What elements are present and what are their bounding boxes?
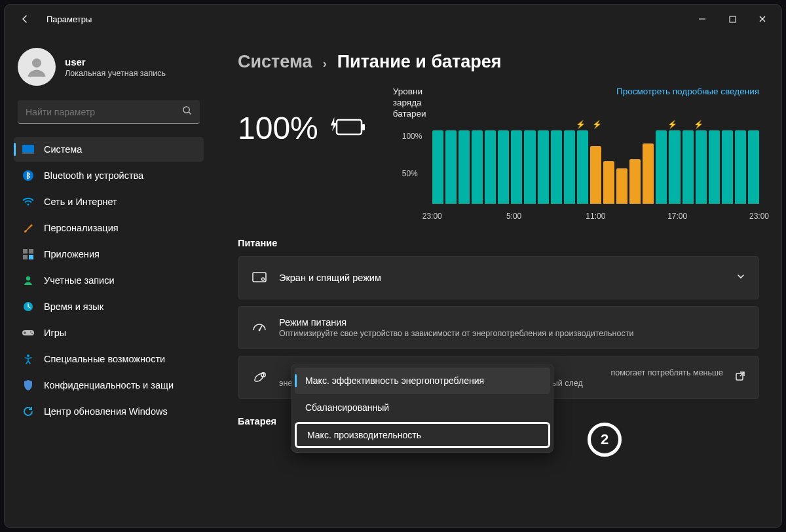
- apps-icon: [22, 248, 35, 261]
- annotation-label: 2: [601, 431, 608, 448]
- page-title: Питание и батарея: [337, 52, 502, 72]
- sidebar-item-label: Игры: [44, 328, 66, 338]
- chart-bar: [656, 130, 667, 204]
- x-tick: 23:00: [749, 212, 769, 221]
- sidebar-item-label: Центр обновления Windows: [44, 406, 168, 417]
- svg-point-18: [27, 354, 29, 357]
- sidebar-item-gaming[interactable]: Игры: [14, 320, 204, 345]
- person-icon: [22, 274, 35, 287]
- svg-rect-12: [29, 255, 33, 259]
- sidebar-item-apps[interactable]: Приложения: [14, 242, 204, 267]
- svg-point-22: [262, 278, 265, 280]
- sidebar-item-label: Система: [44, 144, 82, 155]
- chart-bar: [524, 130, 535, 204]
- card-subtitle: помогает потреблять меньше: [554, 368, 723, 377]
- battery-status: 100%: [238, 86, 367, 146]
- x-tick: 11:00: [586, 212, 605, 221]
- chart-bar: [538, 130, 549, 204]
- chart-bar: [564, 130, 575, 204]
- annotation-badge: 2: [588, 423, 622, 457]
- sidebar-item-bluetooth[interactable]: Bluetooth и устройства: [14, 163, 204, 188]
- sidebar-item-privacy[interactable]: Конфиденциальность и защи: [14, 373, 204, 398]
- nav-list: Система Bluetooth и устройства Сеть и Ин…: [14, 137, 204, 424]
- window-title: Параметры: [47, 14, 92, 24]
- chart-bar: [551, 130, 562, 204]
- chart-bar: [629, 159, 641, 203]
- search-box[interactable]: [18, 100, 200, 124]
- clock-icon: [22, 300, 35, 313]
- close-button[interactable]: [747, 9, 777, 29]
- chart-bar: [616, 168, 627, 204]
- chart-bar: [511, 130, 522, 204]
- sidebar-item-network[interactable]: Сеть и Интернет: [14, 189, 204, 214]
- chart-bars: [432, 130, 759, 204]
- gamepad-icon: [22, 326, 35, 339]
- chart-bar: [472, 130, 483, 204]
- back-button[interactable]: [15, 9, 35, 29]
- dropdown-option[interactable]: Сбалансированный: [295, 394, 550, 421]
- sidebar-item-system[interactable]: Система: [14, 137, 204, 162]
- sidebar-item-accounts[interactable]: Учетные записи: [14, 268, 204, 293]
- sidebar-item-personalization[interactable]: Персонализация: [14, 216, 204, 240]
- svg-rect-20: [362, 124, 365, 130]
- chart-bar: [458, 130, 470, 204]
- chart-bar: [485, 130, 496, 204]
- card-subtitle: Оптимизируйте свое устройство в зависимо…: [279, 329, 633, 338]
- svg-point-2: [32, 58, 41, 67]
- chart-bar: [577, 130, 588, 204]
- bolt-icon: ⚡: [576, 120, 586, 129]
- battery-chart-block: Уровни заряда батареи Просмотреть подроб…: [393, 86, 759, 221]
- chart-bar: [643, 143, 654, 204]
- card-power-mode[interactable]: Режим питания Оптимизируйте свое устройс…: [238, 306, 759, 349]
- sidebar-item-label: Сеть и Интернет: [44, 197, 117, 207]
- sidebar-item-label: Специальные возможности: [44, 354, 165, 364]
- settings-window: Параметры user Локальная учетная запись: [4, 4, 782, 528]
- avatar: [18, 48, 56, 86]
- svg-point-8: [27, 203, 29, 205]
- sidebar-item-label: Приложения: [44, 249, 100, 259]
- sidebar-item-label: Учетные записи: [44, 275, 115, 286]
- search-input[interactable]: [26, 107, 182, 117]
- sidebar-item-label: Bluetooth и устройства: [44, 170, 143, 181]
- sidebar-item-time-language[interactable]: Время и язык: [14, 294, 204, 319]
- sidebar-item-update[interactable]: Центр обновления Windows: [14, 399, 204, 424]
- leaf-icon: [252, 371, 267, 383]
- open-link-icon[interactable]: [735, 371, 745, 383]
- chart-bar: [696, 130, 707, 204]
- svg-point-13: [26, 276, 30, 280]
- maximize-button[interactable]: [717, 9, 747, 29]
- chart-bar: [669, 130, 680, 204]
- svg-rect-5: [22, 145, 34, 153]
- x-tick: 17:00: [667, 212, 687, 221]
- dropdown-option[interactable]: Макс. эффективность энергопотребления: [295, 368, 550, 394]
- profile-block[interactable]: user Локальная учетная запись: [14, 43, 204, 98]
- svg-line-4: [189, 112, 191, 114]
- shield-icon: [22, 379, 35, 392]
- power-mode-icon: [252, 322, 267, 333]
- chart-details-link[interactable]: Просмотреть подробные сведения: [616, 86, 759, 96]
- chart-bar: [590, 146, 601, 203]
- dropdown-option[interactable]: Макс. производительность: [295, 422, 550, 448]
- sidebar-item-accessibility[interactable]: Специальные возможности: [14, 347, 204, 371]
- sidebar: user Локальная учетная запись Система Bl…: [5, 33, 208, 527]
- battery-chart[interactable]: 100% 50% ⚡ ⚡ ⚡ ⚡ 23:00 5:00 11:00: [432, 123, 759, 221]
- search-icon: [182, 105, 192, 118]
- svg-point-16: [30, 332, 31, 333]
- card-screen-sleep[interactable]: Экран и спящий режим: [238, 256, 759, 299]
- bolt-icon: ⚡: [592, 120, 602, 129]
- bolt-icon: ⚡: [667, 120, 677, 129]
- svg-point-17: [31, 333, 33, 334]
- charging-markers: ⚡ ⚡ ⚡ ⚡: [432, 120, 759, 129]
- y-label-50: 50%: [402, 169, 418, 178]
- svg-rect-1: [730, 16, 736, 22]
- sidebar-item-label: Конфиденциальность и защи: [44, 380, 174, 390]
- breadcrumb-parent[interactable]: Система: [238, 52, 312, 72]
- sidebar-item-label: Персонализация: [44, 223, 119, 233]
- svg-point-24: [259, 329, 261, 331]
- svg-point-3: [183, 107, 189, 113]
- brush-icon: [22, 221, 35, 235]
- titlebar: Параметры: [5, 5, 781, 33]
- power-mode-dropdown[interactable]: Макс. эффективность энергопотребления Сб…: [291, 364, 553, 453]
- minimize-button[interactable]: [687, 9, 717, 29]
- x-tick: 23:00: [422, 212, 442, 221]
